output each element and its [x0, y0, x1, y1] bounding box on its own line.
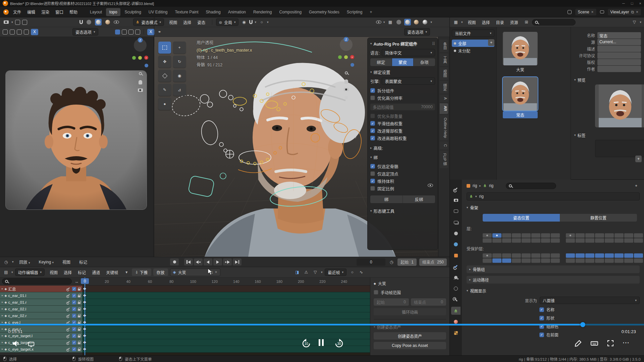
circle-select-icon[interactable] — [128, 29, 133, 35]
expand-arrow-icon[interactable]: ▸ — [2, 287, 3, 290]
asset-menu-item[interactable]: 资源 — [507, 18, 521, 26]
bone-groups-section[interactable]: ▸骨骼组 — [467, 265, 640, 273]
modifier-icon[interactable] — [67, 327, 70, 330]
field-value[interactable] — [597, 46, 641, 52]
asset-menu-item[interactable]: 视图 — [465, 18, 479, 26]
frame-end-field[interactable]: 结束点250 — [419, 258, 447, 266]
field-value[interactable] — [597, 52, 641, 59]
shading-wireframe-icon[interactable] — [395, 19, 402, 25]
zoom-icon[interactable] — [345, 71, 348, 75]
asset-search-input[interactable] — [532, 19, 576, 25]
unlink-icon[interactable]: × — [636, 10, 638, 14]
editor-type-icon[interactable]: ◷ — [3, 259, 9, 265]
jump-to-start-button[interactable] — [184, 258, 193, 265]
channel-row[interactable]: ▸ ◆ c_ear_01.l ✓ — [0, 292, 82, 299]
checkbox[interactable] — [374, 290, 378, 295]
modifier-icon[interactable] — [67, 314, 70, 317]
channel-search-input[interactable] — [2, 278, 72, 285]
filter-icon[interactable]: ▽ — [631, 19, 638, 25]
filter-icon[interactable]: ▽ — [312, 269, 319, 276]
enable-checkbox[interactable]: ✓ — [72, 314, 76, 318]
create-pose-asset-button[interactable]: 创建姿态资产 — [374, 332, 446, 340]
expand-arrow-icon[interactable]: ▸ — [2, 314, 3, 317]
next-keyframe-button[interactable] — [223, 258, 232, 265]
y-axis-dot[interactable] — [132, 56, 136, 60]
bind-button[interactable]: 绑 — [370, 195, 403, 203]
lock-icon[interactable] — [78, 289, 80, 291]
arp-option[interactable]: 优化高分辨率 — [370, 94, 435, 102]
checkbox[interactable] — [539, 324, 544, 329]
modifier-icon[interactable] — [67, 348, 70, 350]
viewport-menu-item[interactable]: 姿态 — [194, 18, 208, 26]
sidebar-tab[interactable]: 绑定 — [440, 81, 448, 94]
catalog-row[interactable]: 未分配 — [452, 47, 494, 54]
asset-card[interactable]: 常态 — [503, 77, 538, 118]
proportional-edit-icon[interactable]: ○ — [349, 269, 356, 276]
tab-modifiers-icon[interactable] — [451, 262, 461, 270]
left-nav-gizmo[interactable]: Z × — [132, 39, 148, 92]
channel-track[interactable] — [82, 339, 370, 346]
shape-keys-header[interactable]: 形态键工具 — [374, 208, 395, 214]
editor-type-icon[interactable] — [3, 19, 9, 25]
arp-tab[interactable]: 绑定 — [370, 58, 392, 66]
dope-menu-item[interactable]: 通道 — [89, 268, 103, 277]
navigation-ball[interactable]: Z — [340, 38, 353, 51]
modifier-icon[interactable] — [67, 301, 70, 303]
neg-z-axis-dot[interactable] — [145, 64, 148, 67]
record-button[interactable] — [170, 258, 179, 265]
transform-tool[interactable]: ◉ — [173, 70, 186, 82]
zoom-icon[interactable] — [139, 71, 142, 76]
bind-section-header[interactable]: 绑 — [374, 154, 378, 161]
fake-user-shield-icon[interactable]: ◈ — [173, 270, 176, 275]
arp-bind-option[interactable]: 维持体积 — [370, 177, 435, 185]
arp-option[interactable]: 优化头部重量 — [370, 112, 435, 120]
modifier-icon[interactable] — [67, 294, 70, 297]
sidebar-tab[interactable]: 视图 — [440, 67, 448, 80]
channel-row[interactable]: ▸ ◆ c_eye_target.r ✓ — [0, 339, 82, 346]
checkbox[interactable] — [370, 136, 375, 140]
cyclic-button[interactable]: 循环动画 — [374, 308, 446, 315]
workspace-tab[interactable]: UV Editing — [145, 8, 171, 16]
tab-particles-icon[interactable] — [451, 274, 461, 282]
checkbox[interactable] — [370, 179, 375, 183]
asset-menu-item[interactable]: 选择 — [479, 18, 493, 26]
prev-keyframe-button[interactable] — [194, 258, 203, 265]
arp-option[interactable]: 改进高跟鞋权重 — [370, 134, 435, 142]
channel-row[interactable]: ▸ ◆ c_eye.l ✓ — [0, 319, 82, 326]
sidebar-tab[interactable]: FLIP 绑 — [440, 150, 448, 168]
breadcrumb-object[interactable]: rig — [473, 183, 477, 188]
show-option-row[interactable]: 组颜色 — [467, 323, 640, 329]
shading-material-icon[interactable] — [104, 19, 111, 25]
lock-icon[interactable] — [78, 302, 80, 304]
asset-thumbnail[interactable] — [503, 32, 538, 65]
tab-armature-data-icon[interactable]: ⋔ — [451, 307, 461, 315]
play-reverse-button[interactable] — [204, 258, 212, 265]
visibility-icon[interactable] — [376, 20, 381, 24]
menu-item[interactable]: 帮助 — [66, 8, 80, 16]
expand-arrow-icon[interactable]: ▸ — [2, 327, 3, 330]
sidebar-tab[interactable]: C — [440, 141, 448, 149]
minimize-button[interactable]: ─ — [622, 1, 625, 5]
workspace-tab[interactable]: Sculpting — [121, 8, 144, 16]
pose-options-dropdown[interactable]: 姿态选项▾ — [404, 28, 430, 36]
scene-selector[interactable]: Scene× — [575, 8, 597, 16]
workspace-tab[interactable]: Rendering — [250, 8, 275, 16]
view-menu[interactable]: 视图 — [59, 258, 73, 266]
orientation-selector[interactable]: ◎全局▾ — [216, 18, 238, 26]
snap-selector[interactable]: 最近帧▾ — [325, 268, 346, 276]
modifier-icon[interactable] — [67, 321, 70, 323]
poly-threshold-slider[interactable]: 多边形阈值70000 — [370, 104, 435, 110]
lock-icon[interactable] — [78, 315, 80, 317]
lock-icon[interactable] — [78, 336, 80, 338]
tab-constraints-icon[interactable] — [451, 296, 461, 304]
enable-checkbox[interactable]: ✓ — [72, 287, 76, 291]
channel-track[interactable] — [82, 326, 370, 333]
tweak-select-icon[interactable] — [115, 29, 120, 35]
unlink-icon[interactable]: × — [591, 10, 594, 14]
workspace-tab[interactable]: Geometry Nodes — [306, 8, 343, 16]
action-start-field[interactable]: 起始0 — [374, 298, 409, 306]
show-option-row[interactable]: 在前面 — [467, 332, 640, 338]
field-value[interactable]: Current... — [597, 39, 641, 45]
display-as-selector[interactable]: 八面锥▾ — [540, 297, 640, 304]
checkbox[interactable] — [370, 186, 375, 191]
